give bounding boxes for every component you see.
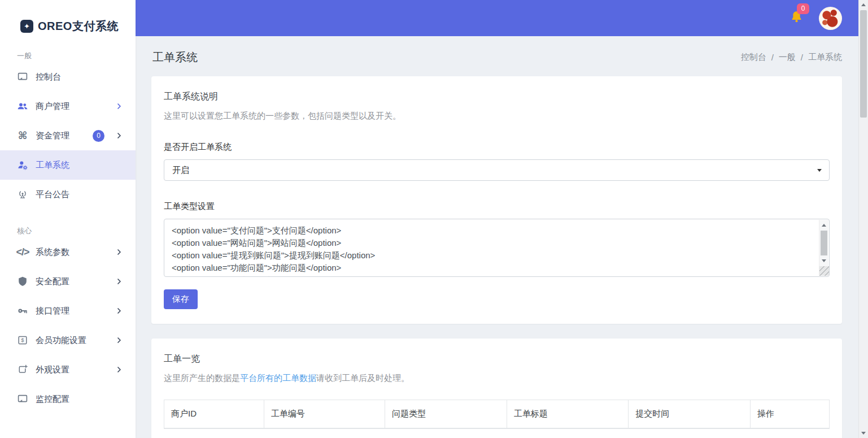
sidebar-section-core: 核心 [17,226,136,236]
scroll-up-icon[interactable] [861,3,866,6]
svg-text:$: $ [21,337,24,343]
col-merchant-id: 商户ID [164,400,264,429]
main-area: 0 工单系统 控制台 / 一般 / 工单系统 工单系统说明 这里可以设置您工单系… [136,0,868,438]
sidebar-item-label: 外观设置 [36,365,69,375]
chevron-right-icon [115,366,123,374]
chevron-right-icon [115,277,123,285]
page-header: 工单系统 控制台 / 一般 / 工单系统 [136,36,868,76]
col-issue-type: 问题类型 [385,400,507,429]
sidebar-item-merchants[interactable]: 商户管理 [0,92,136,121]
scroll-down-icon[interactable] [822,259,826,262]
chevron-right-icon [115,102,123,110]
page-content: 工单系统说明 这里可以设置您工单系统的一些参数，包括问题类型以及开关。 是否开启… [136,76,868,438]
breadcrumb-item-current: 工单系统 [808,52,842,63]
ticket-types-textarea[interactable]: <option value="支付问题">支付问题</option> <opti… [164,219,830,277]
sidebar-item-label: 系统参数 [36,247,69,258]
page-title: 工单系统 [152,50,198,65]
col-actions: 操作 [750,400,829,429]
notification-bell-button[interactable]: 0 [789,10,804,27]
sidebar-item-tickets[interactable]: 工单系统 [0,150,136,180]
user-gear-icon [17,159,28,171]
code-icon: </> [17,246,28,258]
app-window: ✦ OREO支付系统 一般 控制台 商户管理 ⌘ 资金管理 0 [0,0,868,438]
chevron-right-icon [115,132,123,140]
ticket-toggle-label: 是否开启工单系统 [164,142,830,153]
card-description: 这里可以设置您工单系统的一些参数，包括问题类型以及开关。 [164,111,830,122]
key-icon [17,305,28,316]
funds-count-badge: 0 [93,130,104,142]
sidebar-item-label: 商户管理 [36,101,69,112]
sidebar-item-monitoring[interactable]: 监控配置 [0,384,136,414]
ticket-types-label: 工单类型设置 [164,201,830,212]
notification-count-badge: 0 [797,3,809,14]
scroll-down-icon[interactable] [861,432,866,435]
logo-glyph: ✦ [24,22,30,31]
sidebar-item-label: 平台公告 [36,189,69,200]
sidebar-item-api[interactable]: 接口管理 [0,296,136,326]
sidebar-item-announcements[interactable]: 平台公告 [0,180,136,209]
breadcrumb-separator: / [801,53,803,62]
sidebar-item-appearance[interactable]: 外观设置 [0,355,136,384]
monitor-icon [17,393,28,405]
col-ticket-title: 工单标题 [507,400,629,429]
breadcrumb: 控制台 / 一般 / 工单系统 [741,52,842,63]
card-title: 工单系统说明 [164,91,830,103]
table-header-row: 商户ID 工单编号 问题类型 工单标题 提交时间 操作 [164,400,830,429]
tickets-table: 商户ID 工单编号 问题类型 工单标题 提交时间 操作 [164,400,830,429]
breadcrumb-item-general[interactable]: 一般 [779,52,796,63]
command-icon: ⌘ [17,130,28,141]
sidebar-item-label: 工单系统 [36,160,69,171]
description-text: 请收到工单后及时处理。 [316,373,409,383]
logo-icon: ✦ [20,20,33,33]
broadcast-icon [17,189,28,200]
scroll-up-icon[interactable] [822,224,826,227]
chevron-right-icon [115,307,123,315]
dollar-square-icon: $ [17,335,28,346]
frame-plus-icon [17,364,28,375]
all-tickets-link[interactable]: 平台所有的工单数据 [240,373,316,383]
sidebar-item-label: 资金管理 [36,131,69,141]
breadcrumb-item-console[interactable]: 控制台 [741,52,766,63]
save-button[interactable]: 保存 [164,289,198,309]
sidebar-item-console[interactable]: 控制台 [0,62,136,92]
chevron-right-icon [115,248,123,256]
description-text: 这里所产生的数据是 [164,373,240,383]
page-scrollbar[interactable] [858,0,868,438]
breadcrumb-separator: / [771,53,774,62]
ticket-settings-card: 工单系统说明 这里可以设置您工单系统的一些参数，包括问题类型以及开关。 是否开启… [151,76,842,324]
chevron-right-icon [115,336,123,344]
select-value: 开启 [172,165,189,176]
top-header-bar: 0 [136,0,868,36]
sidebar-item-member-features[interactable]: $ 会员功能设置 [0,326,136,355]
monitor-icon [17,71,28,83]
card-description: 这里所产生的数据是平台所有的工单数据请收到工单后及时处理。 [164,373,830,384]
app-title: OREO支付系统 [38,19,119,34]
shield-icon [17,276,28,287]
ticket-enabled-select[interactable]: 开启 [164,159,830,181]
col-ticket-number: 工单编号 [264,400,385,429]
sidebar-item-label: 会员功能设置 [36,335,86,346]
sidebar-item-system-params[interactable]: </> 系统参数 [0,237,136,267]
sidebar-section-general: 一般 [17,51,136,61]
scrollbar-thumb[interactable] [860,10,867,118]
sidebar-item-label: 控制台 [36,72,61,83]
caret-down-icon [817,169,822,172]
col-submit-time: 提交时间 [629,400,751,429]
app-logo: ✦ OREO支付系统 [0,0,136,34]
ticket-list-card: 工单一览 这里所产生的数据是平台所有的工单数据请收到工单后及时处理。 商户ID … [151,339,842,438]
sidebar: ✦ OREO支付系统 一般 控制台 商户管理 ⌘ 资金管理 0 [0,0,136,438]
users-icon [17,101,28,112]
scrollbar-thumb[interactable] [821,231,827,255]
sidebar-item-security[interactable]: 安全配置 [0,267,136,296]
textarea-scrollbar[interactable] [819,220,828,276]
sidebar-item-label: 接口管理 [36,306,69,316]
sidebar-item-funds[interactable]: ⌘ 资金管理 0 [0,121,136,150]
card-title: 工单一览 [164,353,830,365]
resize-grip[interactable] [819,266,829,276]
user-avatar[interactable] [819,7,842,30]
textarea-content: <option value="支付问题">支付问题</option> <opti… [164,219,829,276]
sidebar-item-label: 监控配置 [36,394,69,405]
sidebar-item-label: 安全配置 [36,276,69,287]
